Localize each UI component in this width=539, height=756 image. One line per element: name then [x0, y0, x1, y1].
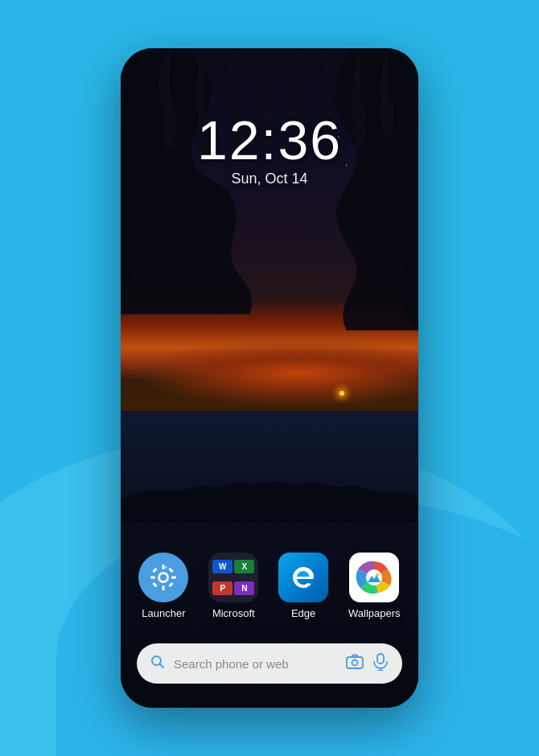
app-launcher[interactable]: Launcher [138, 553, 188, 619]
launcher-label: Launcher [142, 607, 185, 619]
wallpapers-label: Wallpapers [348, 607, 401, 619]
clock-time: 12:36 [121, 113, 418, 167]
clock-date: Sun, Oct 14 [121, 171, 418, 187]
svg-line-25 [160, 664, 164, 668]
onenote-icon: N [234, 581, 254, 595]
svg-point-22 [366, 569, 382, 585]
svg-rect-17 [171, 577, 176, 579]
search-icon [150, 654, 166, 674]
app-edge[interactable]: Edge [278, 553, 328, 619]
svg-rect-20 [153, 582, 158, 587]
camera-search-button[interactable] [346, 653, 364, 675]
powerpoint-icon: P [212, 581, 232, 595]
edge-label: Edge [291, 607, 315, 619]
svg-rect-16 [150, 577, 155, 579]
microsoft-icon: W X P N [208, 553, 258, 602]
svg-rect-19 [169, 568, 174, 573]
app-dock: Launcher W X P N Microsoft Edge [121, 553, 418, 619]
voice-search-button[interactable] [372, 653, 389, 675]
microsoft-label: Microsoft [212, 607, 255, 619]
phone-frame: 12:36 Sun, Oct 14 [121, 48, 418, 708]
svg-rect-18 [153, 568, 158, 573]
wallpapers-icon [349, 553, 399, 602]
svg-rect-26 [347, 657, 363, 668]
clock-area: 12:36 Sun, Oct 14 [121, 113, 418, 187]
search-placeholder: Search phone or web [174, 657, 338, 671]
search-actions [346, 653, 389, 675]
edge-icon [278, 553, 328, 602]
app-wallpapers[interactable]: Wallpapers [348, 553, 401, 619]
word-icon: W [212, 560, 232, 573]
svg-rect-28 [377, 654, 384, 664]
search-bar[interactable]: Search phone or web [137, 643, 402, 684]
app-microsoft[interactable]: W X P N Microsoft [208, 553, 258, 619]
horizon-light [339, 391, 344, 396]
cave-silhouette [121, 48, 418, 411]
svg-rect-21 [169, 582, 174, 587]
svg-point-23 [376, 573, 379, 577]
rocks-layer [121, 458, 418, 523]
svg-rect-14 [163, 565, 165, 569]
svg-rect-15 [163, 585, 165, 590]
svg-point-27 [352, 659, 358, 665]
excel-icon: X [234, 560, 254, 573]
launcher-icon [138, 553, 188, 602]
svg-point-13 [160, 574, 167, 581]
